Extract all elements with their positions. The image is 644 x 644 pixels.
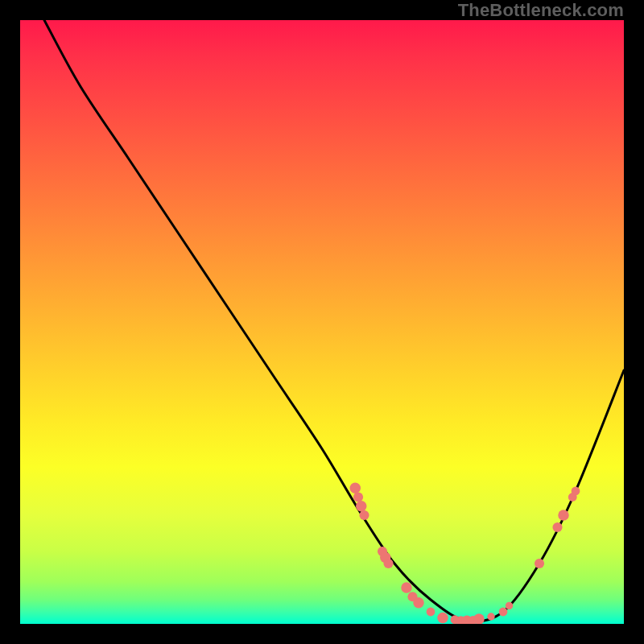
data-point (401, 582, 412, 593)
bottleneck-curve (44, 20, 624, 621)
data-point (437, 613, 448, 624)
data-point (552, 522, 562, 532)
data-point (487, 613, 494, 620)
data-point (558, 510, 569, 521)
data-point (413, 597, 424, 609)
data-point (451, 615, 460, 624)
data-point (353, 492, 363, 502)
data-point (469, 616, 477, 624)
data-point (535, 559, 544, 568)
data-point (356, 501, 367, 512)
chart-container: TheBottleneck.com (0, 0, 644, 644)
plot-area (20, 20, 624, 624)
data-point (407, 592, 417, 601)
chart-svg (20, 20, 624, 624)
data-point (572, 487, 580, 496)
data-point (568, 493, 577, 502)
data-point (456, 616, 465, 624)
data-point (378, 547, 387, 556)
data-point (350, 483, 361, 494)
data-point (383, 559, 393, 568)
data-point (359, 510, 369, 520)
data-point (473, 613, 485, 624)
data-point (499, 608, 508, 617)
curve-group (44, 20, 624, 621)
watermark-text: TheBottleneck.com (458, 0, 624, 20)
data-point (506, 602, 513, 609)
data-point (461, 616, 473, 625)
marker-group (350, 483, 580, 625)
data-point (380, 552, 391, 564)
data-point (427, 608, 436, 617)
